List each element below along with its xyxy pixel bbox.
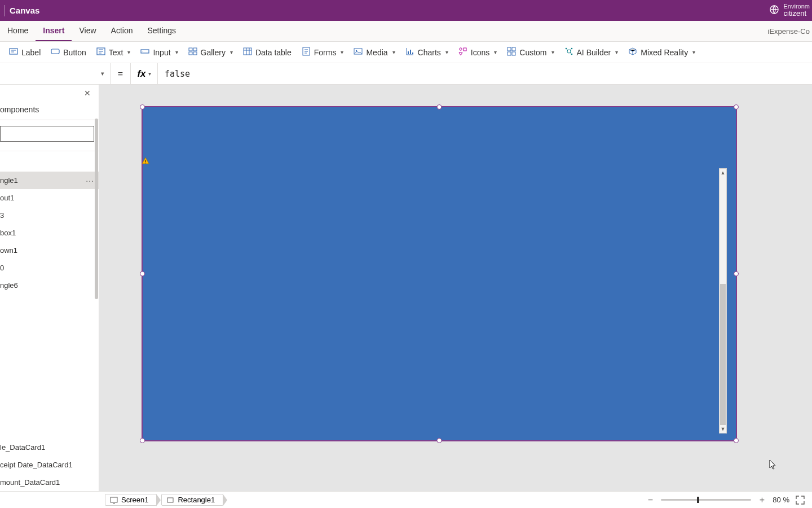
forms-icon bbox=[302, 47, 311, 58]
resize-handle-tl[interactable] bbox=[140, 104, 145, 110]
svg-rect-15 bbox=[412, 52, 413, 54]
zoom-slider-knob[interactable] bbox=[697, 497, 699, 503]
tree-item[interactable]: ngle6 bbox=[0, 277, 99, 294]
svg-rect-5 bbox=[189, 48, 192, 51]
menu-bar: Home Insert View Action Settings iExpens… bbox=[0, 21, 812, 42]
tree-item[interactable]: ceipt Date_DataCard1 bbox=[0, 456, 99, 474]
tree-item[interactable]: 0 bbox=[0, 259, 99, 277]
tree-item[interactable]: le_DataCard1 bbox=[0, 439, 99, 456]
ribbon-gallery[interactable]: Gallery ▾ bbox=[188, 47, 233, 58]
tree-tab-components[interactable]: omponents bbox=[0, 102, 99, 120]
breadcrumb-control[interactable]: Rectangle1 bbox=[161, 494, 223, 506]
svg-rect-8 bbox=[193, 52, 197, 55]
tab-action[interactable]: Action bbox=[104, 21, 140, 41]
tree-item[interactable]: own1 bbox=[0, 242, 99, 259]
environment-text: Environm citizent bbox=[784, 3, 810, 17]
resize-handle-tr[interactable] bbox=[734, 104, 739, 110]
input-icon bbox=[140, 47, 149, 58]
svg-rect-21 bbox=[512, 52, 515, 55]
screen-icon bbox=[110, 496, 118, 504]
chevron-down-icon: ▾ bbox=[148, 71, 151, 77]
resize-handle-ml[interactable] bbox=[140, 271, 145, 277]
formula-input[interactable] bbox=[158, 63, 812, 84]
property-dropdown[interactable]: ▾ bbox=[0, 63, 111, 84]
tree-item[interactable]: box1 bbox=[0, 224, 99, 242]
tree-item[interactable]: mount_DataCard1 bbox=[0, 474, 99, 491]
ribbon-custom[interactable]: Custom ▾ bbox=[507, 47, 554, 58]
tree-search-input[interactable] bbox=[0, 126, 94, 142]
more-icon[interactable]: ··· bbox=[86, 176, 94, 185]
ribbon-label[interactable]: Label bbox=[9, 47, 41, 58]
inner-scrollbar[interactable]: ▲ ▼ bbox=[719, 168, 727, 433]
chevron-down-icon: ▾ bbox=[175, 49, 178, 55]
svg-rect-9 bbox=[244, 48, 251, 55]
resize-handle-bm[interactable] bbox=[437, 438, 442, 443]
tree-view-panel: ✕ omponents ngle1 ··· out1 3 box1 own1 0… bbox=[0, 85, 99, 491]
fx-button[interactable]: fx ▾ bbox=[131, 63, 158, 84]
ribbon-input[interactable]: Input ▾ bbox=[140, 47, 178, 58]
insert-ribbon: Label Button Text ▾ Input ▾ Gallery ▾ Da… bbox=[0, 42, 812, 63]
resize-handle-tm[interactable] bbox=[437, 104, 442, 110]
scrollbar-thumb[interactable] bbox=[95, 119, 98, 299]
ribbon-forms[interactable]: Forms ▾ bbox=[302, 47, 344, 58]
ribbon-text[interactable]: Text ▾ bbox=[96, 47, 131, 58]
ribbon-mixedreality[interactable]: Mixed Reality ▾ bbox=[628, 47, 695, 58]
svg-rect-27 bbox=[145, 163, 145, 163]
scroll-track[interactable] bbox=[720, 177, 726, 425]
datatable-icon bbox=[243, 47, 252, 58]
fx-icon: fx bbox=[137, 68, 145, 80]
tab-settings[interactable]: Settings bbox=[140, 21, 184, 41]
selected-rectangle[interactable]: ▲ ▼ bbox=[142, 106, 737, 441]
label-icon bbox=[9, 47, 18, 58]
titlebar-divider bbox=[5, 5, 5, 16]
svg-rect-17 bbox=[464, 48, 466, 51]
canvas-area[interactable]: ▲ ▼ bbox=[99, 85, 812, 491]
tab-home[interactable]: Home bbox=[0, 21, 36, 41]
rectangle-icon bbox=[166, 496, 174, 504]
svg-rect-19 bbox=[512, 47, 515, 51]
fullscreen-icon[interactable] bbox=[795, 495, 805, 505]
app-title: Canvas bbox=[10, 6, 39, 15]
svg-rect-20 bbox=[508, 52, 511, 55]
scrollbar-thumb[interactable] bbox=[720, 284, 726, 425]
tab-insert[interactable]: Insert bbox=[36, 21, 72, 41]
close-icon[interactable]: ✕ bbox=[81, 86, 94, 100]
breadcrumb-screen[interactable]: Screen1 bbox=[105, 494, 157, 506]
tree-item[interactable]: out1 bbox=[0, 189, 99, 207]
ribbon-datatable[interactable]: Data table bbox=[243, 47, 292, 58]
ribbon-aibuilder[interactable]: AI Builder ▾ bbox=[564, 47, 619, 58]
mouse-cursor-icon bbox=[769, 459, 777, 471]
zoom-slider[interactable] bbox=[661, 499, 751, 501]
equals-label: = bbox=[111, 63, 131, 84]
tab-view[interactable]: View bbox=[72, 21, 103, 41]
resize-handle-mr[interactable] bbox=[734, 271, 739, 277]
ribbon-icons[interactable]: Icons ▾ bbox=[458, 47, 497, 58]
tree-bottom-list: le_DataCard1 ceipt Date_DataCard1 mount_… bbox=[0, 439, 99, 491]
zoom-in-button[interactable]: + bbox=[757, 495, 767, 505]
tree-item[interactable]: 3 bbox=[0, 207, 99, 224]
tree-item[interactable]: ngle1 ··· bbox=[0, 172, 99, 189]
svg-rect-2 bbox=[51, 49, 59, 54]
zoom-value: 80 % bbox=[773, 496, 789, 504]
resize-handle-br[interactable] bbox=[734, 438, 739, 443]
ribbon-charts[interactable]: Charts ▾ bbox=[405, 47, 448, 58]
tree-scrollbar[interactable] bbox=[94, 85, 99, 491]
zoom-out-button[interactable]: − bbox=[645, 495, 655, 505]
chevron-down-icon: ▾ bbox=[551, 49, 554, 55]
tree-list: ngle1 ··· out1 3 box1 own1 0 ngle6 bbox=[0, 172, 99, 294]
svg-rect-28 bbox=[111, 497, 117, 502]
ribbon-media[interactable]: Media ▾ bbox=[354, 47, 395, 58]
warning-icon[interactable] bbox=[142, 157, 149, 165]
button-icon bbox=[51, 47, 60, 58]
svg-point-25 bbox=[571, 54, 572, 55]
media-icon bbox=[354, 47, 363, 58]
environment-indicator[interactable]: Environm citizent bbox=[769, 0, 812, 21]
scroll-down-icon[interactable]: ▼ bbox=[720, 425, 726, 433]
svg-point-23 bbox=[565, 48, 567, 50]
resize-handle-bl[interactable] bbox=[140, 438, 145, 443]
chevron-down-icon: ▾ bbox=[692, 49, 695, 55]
ribbon-button[interactable]: Button bbox=[51, 47, 86, 58]
scroll-up-icon[interactable]: ▲ bbox=[720, 169, 726, 177]
chevron-down-icon: ▾ bbox=[445, 49, 448, 55]
svg-point-16 bbox=[460, 48, 462, 50]
